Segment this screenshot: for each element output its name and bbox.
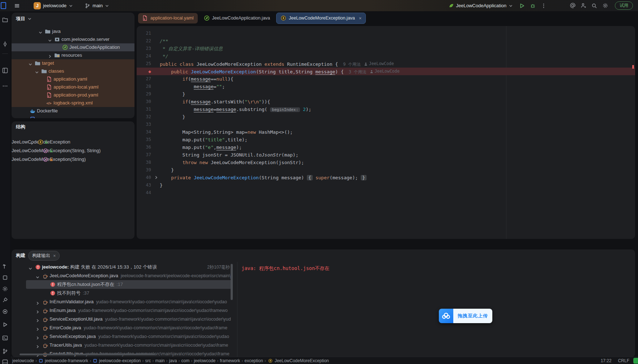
pin-icon[interactable] — [1, 296, 9, 304]
chevron-right-icon[interactable] — [35, 343, 40, 347]
services-icon[interactable] — [1, 274, 9, 281]
upload-dropzone[interactable]: 拖拽至此上传 — [439, 309, 492, 323]
breadcrumb-item[interactable]: jeelowcode — [194, 358, 215, 363]
chevron-right-icon[interactable] — [35, 334, 40, 339]
line-number[interactable]: 25 — [137, 60, 151, 68]
line-number[interactable]: 36 — [137, 144, 151, 151]
build-row-file[interactable]: ServiceExceptionUtil.javayudao-framework… — [12, 315, 235, 324]
chevron-down-icon[interactable] — [28, 61, 33, 65]
main-menu-button[interactable] — [11, 2, 23, 10]
code-area[interactable]: 21 22/**23 * 自定义异常-详细错误信息24 */25public c… — [137, 26, 635, 239]
build-row-file[interactable]: ErrorCode.javayudao-framework\yudao-comm… — [12, 324, 235, 332]
line-number[interactable]: 27 — [137, 75, 151, 83]
code-with-me-button[interactable] — [579, 1, 588, 10]
vertical-scrollbar[interactable] — [231, 264, 233, 300]
line-number[interactable]: 30 — [137, 98, 151, 106]
editor-tab[interactable]: JeeLowCodeMoreException.java× — [276, 13, 366, 24]
close-icon[interactable]: × — [53, 253, 56, 258]
breadcrumb-item[interactable]: src — [145, 358, 151, 363]
chevron-right-icon[interactable] — [35, 308, 40, 313]
breadcrumb-item[interactable]: java — [169, 358, 177, 363]
line-number[interactable]: 39 — [137, 166, 151, 174]
project-tree-row[interactable]: yapplication-prod.yaml — [12, 91, 134, 99]
chevron-right-icon[interactable] — [35, 300, 40, 304]
horizontal-scrollbar[interactable] — [20, 354, 155, 355]
project-icon[interactable] — [1, 16, 9, 23]
line-number[interactable]: 37 — [137, 151, 151, 159]
project-tree-row[interactable]: java — [12, 27, 134, 35]
structure-icon[interactable] — [1, 67, 9, 74]
editor-tab[interactable]: yapplication-local.yaml — [138, 13, 198, 23]
caret-position[interactable]: 17:22 — [601, 358, 612, 363]
run-button[interactable] — [517, 1, 527, 10]
search-everywhere-button[interactable] — [590, 1, 599, 10]
line-number[interactable]: 35 — [137, 136, 151, 144]
structure-tree-row[interactable]: mJeeLowCodeMoreException(String, String) — [12, 146, 134, 155]
build-row-file[interactable]: ServiceException.javayudao-framework\yud… — [12, 332, 235, 341]
commit-icon[interactable] — [1, 40, 9, 48]
chevron-right-icon[interactable] — [35, 317, 40, 321]
project-widget[interactable]: J jeelowcode — [31, 1, 76, 10]
line-number[interactable]: 24 — [137, 52, 151, 60]
layout-icon[interactable] — [1, 359, 9, 364]
project-tree-row[interactable]: classes — [12, 67, 134, 75]
breadcrumb-item[interactable]: jeelowcode-exception — [93, 358, 141, 363]
build-row-root[interactable]: jeelowcode: 构建 失败 在 2026/1/4 15:33，102 个… — [12, 263, 235, 271]
structure-tree-row[interactable]: JeeLowCodeMoreException — [12, 138, 134, 146]
chevron-right-icon[interactable] — [48, 53, 52, 57]
chevron-down-icon[interactable] — [38, 29, 43, 34]
line-number[interactable]: 31 — [137, 106, 151, 113]
chevron-down-icon[interactable] — [30, 140, 34, 144]
build-row-file[interactable]: InEnumValidator.javayudao-framework\yuda… — [12, 297, 235, 306]
wechat-icon[interactable] — [633, 358, 638, 364]
line-number[interactable]: 38 — [137, 159, 151, 166]
line-number[interactable]: 32 — [137, 113, 151, 121]
chevron-right-icon[interactable] — [35, 326, 40, 330]
line-number[interactable]: 33 — [137, 121, 151, 128]
line-number[interactable]: 28 — [137, 83, 151, 90]
close-icon[interactable]: × — [359, 16, 362, 21]
project-tree-row[interactable]: com.jeelowcode.server — [12, 35, 134, 43]
breadcrumb-item[interactable]: exception — [244, 358, 263, 363]
chevron-down-icon[interactable] — [48, 37, 52, 42]
breadcrumb-item[interactable]: JeeLowCodeMoreException — [267, 358, 329, 364]
structure-tree-row[interactable]: mJeeLowCodeMoreException(String) — [12, 155, 134, 164]
build-icon[interactable] — [1, 263, 9, 270]
terminal-icon[interactable] — [1, 334, 9, 342]
play-icon[interactable] — [1, 321, 9, 328]
chevron-down-icon[interactable] — [28, 265, 33, 269]
project-tree-row[interactable]: Dockerfile — [12, 107, 134, 115]
vcs-branch-widget[interactable]: main — [82, 2, 112, 10]
breadcrumb-item[interactable]: jeelowcode — [12, 358, 34, 363]
breakpoint-icon[interactable]: ◆ — [137, 68, 151, 75]
line-number[interactable]: 22 — [137, 37, 151, 45]
fold-arrow-icon[interactable] — [153, 175, 159, 180]
editor[interactable]: 21 22/**23 * 自定义异常-详细错误信息24 */25public c… — [137, 26, 635, 239]
line-number[interactable]: 34 — [137, 128, 151, 136]
breadcrumb-item[interactable]: main — [155, 358, 165, 363]
line-number[interactable]: 40 — [137, 174, 151, 181]
line-ending[interactable]: CRLF — [618, 358, 629, 363]
line-number[interactable]: 21 — [137, 30, 151, 37]
trial-button[interactable]: 试用 — [615, 1, 633, 10]
line-number[interactable]: 43 — [137, 181, 151, 189]
error-stripe-mark[interactable] — [632, 65, 634, 69]
line-number[interactable]: 29 — [137, 90, 151, 98]
project-tree-row[interactable]: </>logback-spring.xml — [12, 99, 134, 107]
settings-button[interactable] — [600, 1, 610, 10]
breadcrumb-item[interactable]: jeelowcode-framework — [38, 358, 88, 363]
settings-icon[interactable] — [1, 285, 9, 292]
project-tree-row[interactable]: target — [12, 59, 134, 67]
line-number[interactable]: 23 — [137, 45, 151, 52]
branch-icon[interactable] — [1, 348, 9, 355]
build-row-file[interactable]: JeeLowCodeMoreException.javajeelowcode-f… — [12, 271, 235, 280]
build-output-tab[interactable]: 构建输出 × — [28, 251, 60, 261]
project-tree-row[interactable]: yapplication.yaml — [12, 75, 134, 83]
chevron-down-icon[interactable] — [35, 274, 40, 278]
ai-assistant-button[interactable] — [568, 1, 577, 10]
build-row-error[interactable]: 找不到符号:37 — [12, 289, 235, 297]
run-config-widget[interactable]: JeeLowCodeApplication — [445, 2, 516, 10]
build-row-file[interactable]: TracerUtils.javayudao-framework\yudao-co… — [12, 341, 235, 350]
breadcrumb-item[interactable]: framework — [220, 358, 240, 363]
build-splitter[interactable] — [237, 262, 237, 357]
